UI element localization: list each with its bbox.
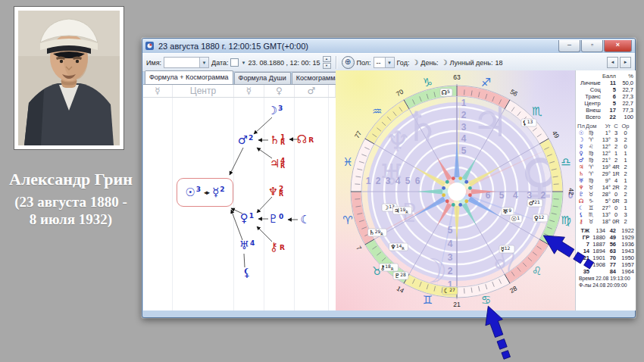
age-col4: 1922 [616,227,634,234]
planet-table-header-cell: Пл [577,123,586,130]
sex-combobox-value: -- [374,59,385,67]
nav-back-button[interactable]: ◂ [607,57,618,68]
wheel-planet-marker[interactable]: ♀12 [533,214,548,222]
formula-planet-node[interactable]: ♀1 [240,213,254,224]
formula-panel: ☿Центр☿♀♂ ☉3◂▸☿2 ☽3♂2♄1R☊R♃4R♆2R♀1♇0☾♅4⚷… [143,84,336,311]
zodiac-sign-icon[interactable]: ♋ [481,293,491,307]
date-checkbox[interactable] [230,58,239,67]
chevron-down-icon[interactable]: ▼ [199,58,208,67]
moon-icon[interactable]: ☽ [441,58,448,67]
summary-header-score: Балл [602,73,616,80]
summary-score: 11 [602,80,616,86]
age-col2: 134 [589,227,605,234]
age-col1: 14 [577,248,589,254]
age-label: 42 [567,188,575,195]
zodiac-sign-icon[interactable]: ♌ [532,264,542,278]
formula-planet-node[interactable]: ⚷R [270,242,285,253]
datetime-value[interactable]: 23. 08.1880 , 12: 00: 15 [248,59,320,67]
summary-pct: 100 [616,114,635,120]
wheel-planet-marker[interactable]: ☾27 [442,287,458,295]
formula-planet-node[interactable]: ♅4 [239,240,255,251]
wheel-planet-marker[interactable]: ⚸13 [521,119,536,126]
formula-planet-node[interactable]: ☽3 [267,105,283,117]
zodiac-sign-icon[interactable]: ♊ [423,293,433,307]
formula-center-box[interactable]: ☉3◂▸☿2 [177,178,233,207]
node-score: 4 [250,239,255,246]
summary-score: 17 [602,107,616,114]
house-sign-icon: ♌ [586,143,596,150]
summary-row: Транс627,3 [577,93,635,100]
wheel-planet-marker[interactable]: ♇28 [393,272,408,279]
starburst-dot [458,176,462,180]
orbit-number: 3 [461,122,467,133]
zodiac-sign-icon[interactable]: ♍ [561,214,571,227]
age-col4: 1957 [616,261,634,268]
tab-0[interactable]: Формула + Космограмма [145,70,233,84]
name-label: Имя: [146,59,161,67]
nav-buttons: ◂ ▸ [607,57,631,68]
sex-combobox[interactable]: -- ▼ [374,57,395,68]
wheel-planet-marker[interactable]: ♃19R [393,207,412,214]
chevron-down-icon[interactable]: ▼ [241,61,245,65]
name-combobox[interactable]: ▼ [164,57,209,68]
degree-value: 21° [596,157,611,164]
chevron-down-icon[interactable]: ▼ [385,58,394,67]
age-label: 49 [551,130,561,139]
portrait-image [18,11,120,145]
moon-icon[interactable]: ☽ [411,58,418,67]
age-table-row: 35841964 [577,268,635,275]
wheel-planet-marker[interactable]: ☉1 [510,215,522,223]
retro-degree-stack: 2R [279,186,283,198]
minimize-button[interactable]: – [558,40,580,52]
wheel-planet-marker[interactable]: ♆14R [389,243,408,251]
zodiac-sign-icon[interactable]: ♏ [532,105,542,118]
formula-planet-node[interactable]: ♇0 [268,214,284,225]
house-sign-icon: ♈ [586,136,596,143]
score-value: 0 [611,204,621,211]
title-bar[interactable]: 23 августа 1880 г. 12:00:15 GMT(+0:00) –… [142,39,635,53]
zodiac-sign-icon[interactable]: ♐ [481,76,491,89]
formula-planet-node[interactable]: ♆2R [268,186,284,198]
zodiac-sign-icon[interactable]: ♑ [423,76,433,89]
age-table-row: ГР1880491929 [577,234,635,241]
nav-forward-button[interactable]: ▸ [620,57,631,68]
summary-row: Внеш1777,3 [577,107,635,114]
formula-planet-node[interactable]: ☊R [297,134,314,145]
summary-label: Соц [577,86,602,93]
orbit-number: 3 [386,176,391,186]
formula-planet-node[interactable]: ♂2 [238,135,254,146]
planet-glyph-icon: ☽ [267,105,277,117]
zodiac-sign-icon[interactable]: ♒ [372,105,382,118]
formula-column-header: ♀ [264,85,295,97]
planet-table-header-cell: Дом [586,123,596,130]
formula-planet-node[interactable]: ♃4R [270,158,286,170]
node-score: 1 [249,211,254,219]
close-button[interactable]: × [604,40,632,52]
orb-value: 1 [621,150,630,157]
formula-planet-node[interactable]: ☾ [300,214,310,226]
zodiac-sign-icon[interactable]: ♎ [561,155,571,169]
zodiac-sign-icon[interactable]: ♓ [342,155,352,169]
wheel-planet-marker[interactable]: ☿12 [499,245,514,253]
maximize-button[interactable]: ▫ [581,40,603,52]
wheel-planet-marker[interactable]: ☊5 [440,89,452,96]
wheel-planet-marker[interactable]: ♄29R [368,229,387,236]
earth-icon-button[interactable]: ⊕ [342,56,355,69]
planet-glyph-icon: ♇ [268,214,278,225]
zodiac-wheel[interactable]: ♄♃♆♅♇♀☽♌12345665432101234554321635649423… [336,70,575,311]
wheel-planet-marker[interactable]: ♅9 [502,208,514,215]
orbit-number: 4 [461,133,467,144]
wheel-planet-marker[interactable]: ♂21 [527,199,542,207]
tab-1[interactable]: Формула Души [234,72,291,84]
orbit-number: 2 [461,110,467,120]
house-sign-icon: ♉ [586,184,596,191]
formula-planet-node[interactable]: ♄1R [270,134,286,146]
score-value: 0 [611,211,621,218]
planet-table-row: ♄♈29°1R2 [577,170,635,177]
wheel-planet-marker[interactable]: ⚷18R [380,264,399,271]
formula-planet-node[interactable]: ⚸ [243,267,252,279]
orbit-number: 5 [461,145,467,156]
datetime-stepper[interactable]: ▲▼ [323,56,331,69]
house-sign-icon: ♍ [586,150,596,157]
zodiac-sign-icon[interactable]: ♈ [342,214,352,227]
